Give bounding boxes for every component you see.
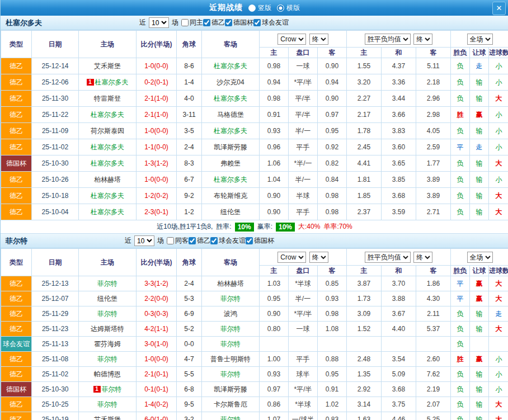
sub-handicap: 盘口 (289, 266, 318, 276)
league-badge: 德乙 (1, 204, 32, 220)
league-badge: 德乙 (1, 412, 32, 420)
euro-home-odds: 1.63 (347, 412, 382, 420)
away-team: 沙尔克04 (202, 74, 260, 91)
match-score: 3-0(1-0) (137, 337, 177, 352)
filter-option[interactable]: 德乙 (189, 236, 210, 246)
result-cell: 平 (451, 291, 470, 306)
layout-vertical-option[interactable]: 竖版 (248, 3, 271, 13)
dialog-title: 近期战绩 (209, 3, 243, 13)
handicap-result-cell: 输 (470, 322, 489, 337)
col-type: 类型 (1, 249, 32, 276)
euro-draw-odds: 3.54 (382, 352, 416, 367)
match-count-select[interactable]: 10 (134, 235, 154, 246)
team-name: 杜塞尔多夫 (1, 18, 47, 28)
euro-home-odds: 1.52 (347, 322, 382, 337)
filter-checkbox[interactable] (225, 19, 232, 26)
handicap-result-cell: 输 (470, 155, 489, 172)
odds-time-select[interactable]: 终 (309, 252, 328, 263)
league-badge: 德乙 (1, 58, 32, 74)
asia-handicap: 平/半 (289, 91, 318, 107)
goals-result-cell: 大 (489, 397, 508, 412)
filter-option[interactable]: 同主 (181, 18, 203, 27)
asia-handicap: 半球 (289, 188, 318, 204)
filter-option[interactable]: 德乙 (203, 18, 225, 27)
match-row: 德乙25-10-04杜塞尔多夫2-3(0-1)1-2纽伦堡0.90平手0.982… (1, 204, 508, 220)
close-icon[interactable]: ✕ (492, 2, 506, 15)
goals-result-cell: 小 (489, 58, 508, 74)
handicap-result-cell: 赢 (470, 276, 489, 291)
home-team: 柏林赫塔 (79, 172, 137, 188)
euro-away-odds: 2.11 (416, 306, 451, 322)
asia-handicap: 球半 (289, 367, 318, 382)
away-team: 菲尔特 (202, 367, 260, 382)
filter-checkbox[interactable] (203, 19, 210, 26)
filter-checkbox[interactable] (246, 237, 253, 244)
fullmatch-select[interactable]: 全场 (467, 34, 493, 45)
asia-handicap: *半/一 (289, 155, 318, 172)
match-date: 25-12-13 (32, 276, 79, 291)
match-row: 德乙25-10-18杜塞尔多夫1-2(0-2)9-2布轮斯维克0.90半球0.9… (1, 188, 508, 204)
odds-company-select[interactable]: Crow (277, 252, 306, 263)
euro-home-odds: 3.09 (347, 306, 382, 322)
filter-checkbox[interactable] (210, 237, 218, 244)
asia-away-odds: 0.85 (318, 276, 347, 291)
filter-option[interactable]: 德国杯 (246, 236, 274, 246)
away-team: 杜塞尔多夫 (202, 58, 260, 74)
europe-odds-select[interactable]: 胜平负均值 (365, 252, 411, 263)
sub-goals: 进球数 (489, 266, 508, 276)
match-count-select[interactable]: 10 (149, 17, 169, 28)
asia-home-odds: 0.93 (260, 123, 289, 139)
match-date: 25-11-02 (32, 139, 79, 155)
summary-text: 近10场,胜1平1负8, (157, 222, 213, 232)
euro-away-odds: 2.60 (416, 352, 451, 367)
summary-row: 近10场,胜1平1负8, 胜率: 10% 赢率: 10% 大:40% 单率:70… (1, 220, 508, 234)
corner-score: 9-2 (177, 188, 202, 204)
home-team: 纽伦堡 (79, 291, 137, 306)
filter-option[interactable]: 球会友谊 (253, 18, 289, 27)
asia-away-odds (318, 337, 347, 352)
filter-checkbox[interactable] (253, 19, 261, 26)
match-date: 25-11-30 (32, 91, 79, 107)
filter-option[interactable]: 德国杯 (225, 18, 253, 27)
euro-draw-odds: 3.65 (382, 155, 416, 172)
red-card-badge: 1 (87, 79, 94, 86)
asia-home-odds: 1.04 (260, 172, 289, 188)
euro-away-odds: 2.71 (416, 204, 451, 220)
filter-label: 同客 (175, 236, 189, 246)
asia-away-odds: 0.90 (318, 58, 347, 74)
filter-option[interactable]: 球会友谊 (210, 236, 246, 246)
match-row: 德乙25-11-23达姆斯塔特4-2(1-1)5-2菲尔特0.80一球1.081… (1, 322, 508, 337)
match-score: 1-0(0-0) (137, 172, 177, 188)
league-badge: 德乙 (1, 352, 32, 367)
filter-checkbox[interactable] (167, 237, 174, 244)
filter-checkbox[interactable] (189, 237, 196, 244)
asia-home-odds: 1.03 (260, 276, 289, 291)
filter-checkbox[interactable] (181, 19, 189, 26)
odds-company-select[interactable]: Crow (277, 34, 306, 45)
europe-time-select[interactable]: 终 (413, 34, 432, 45)
odds-time-select[interactable]: 终 (309, 34, 328, 45)
europe-time-select[interactable]: 终 (413, 252, 432, 263)
goals-result-cell: 小 (489, 352, 508, 367)
corner-score: 4-7 (177, 352, 202, 367)
match-score: 1-0(0-0) (137, 58, 177, 74)
match-score: 4-2(1-1) (137, 322, 177, 337)
layout-horizontal-option[interactable]: 横版 (277, 3, 300, 13)
league-badge: 球会友谊 (1, 337, 32, 352)
filter-option[interactable]: 同客 (167, 236, 189, 246)
europe-odds-select[interactable]: 胜平负均值 (365, 34, 411, 45)
away-team: 波鸿 (202, 306, 260, 322)
corner-score: 2-4 (177, 276, 202, 291)
games-label: 场 (157, 236, 164, 246)
match-row: 德乙25-10-26柏林赫塔1-0(0-0)6-7杜塞尔多夫1.04半/一0.8… (1, 172, 508, 188)
fullmatch-select[interactable]: 全场 (467, 252, 493, 263)
handicap-result-cell: 赢 (470, 291, 489, 306)
euro-away-odds: 3.89 (416, 188, 451, 204)
result-cell: 平 (451, 139, 470, 155)
league-badge: 德乙 (1, 123, 32, 139)
euro-home-odds: 1.78 (347, 123, 382, 139)
euro-home-odds: 2.92 (347, 382, 382, 397)
col-score: 比分(半场) (137, 249, 177, 276)
asia-handicap: 平手 (289, 204, 318, 220)
corner-score: 3-11 (177, 107, 202, 123)
